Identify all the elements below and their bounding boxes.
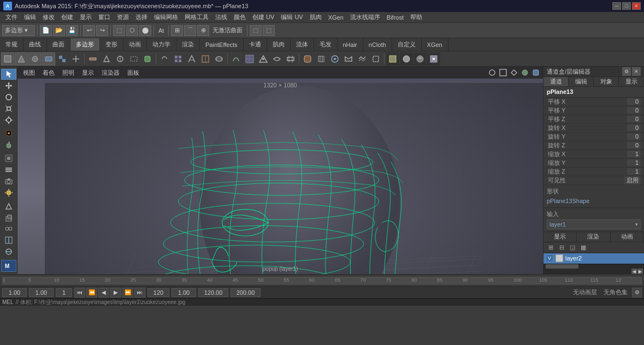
maximize-button[interactable]: □ — [622, 2, 631, 10]
extrude-btn[interactable] — [1, 212, 16, 223]
timeline-track[interactable]: 1 5 10 15 20 25 30 35 40 45 50 55 60 65 … — [2, 277, 642, 284]
vp-menu-show[interactable]: 显示 — [79, 67, 97, 79]
tab-deform[interactable]: 变形 — [100, 38, 123, 51]
prop-value-tx[interactable]: 0 — [627, 98, 641, 105]
menu-normals[interactable]: 法线 — [212, 12, 231, 22]
snap-curve-btn[interactable]: ⌒ — [184, 25, 196, 36]
tool-icon-12[interactable] — [158, 52, 171, 66]
vp-menu-view[interactable]: 视图 — [20, 67, 38, 79]
tool-icon-18[interactable] — [243, 52, 256, 66]
menu-create[interactable]: 创建 — [58, 12, 76, 22]
tool-icon-7[interactable] — [86, 52, 99, 66]
menu-mesh-tools[interactable]: 网格工具 — [181, 12, 212, 22]
tool-icon-15[interactable] — [199, 52, 212, 66]
step-fwd-btn[interactable]: ⏩ — [122, 288, 133, 298]
tool-icon-2[interactable] — [15, 52, 28, 66]
goto-end-btn[interactable]: ⏭ — [134, 288, 145, 298]
prop-value-rx[interactable]: 0 — [627, 124, 641, 131]
tool-icon-25[interactable] — [342, 52, 355, 66]
undo-btn[interactable]: ↩ — [83, 25, 95, 36]
menu-edit-uv[interactable]: 编辑 UV — [277, 12, 306, 22]
tab-anim[interactable]: 动画 — [123, 38, 147, 51]
range-end-input[interactable] — [198, 288, 228, 297]
tool-icon-13[interactable] — [172, 52, 185, 66]
tool-icon-9[interactable] — [114, 52, 127, 66]
select-tool-btn[interactable] — [1, 69, 16, 80]
prop-value-vis[interactable]: 启用 — [624, 176, 641, 185]
tool-icon-3[interactable] — [28, 52, 42, 66]
tab-edit[interactable]: 编辑 — [569, 77, 594, 86]
menu-modify[interactable]: 修改 — [39, 12, 58, 22]
end-frame-input[interactable] — [147, 288, 169, 297]
vp-menu-panels[interactable]: 面板 — [124, 67, 143, 79]
vp-menu-lighting[interactable]: 照明 — [59, 67, 78, 79]
render-icon-3[interactable] — [413, 52, 427, 66]
menu-bifrost[interactable]: Bifrost — [383, 12, 407, 22]
vp-menu-shading[interactable]: 着色 — [39, 67, 58, 79]
tab-anim-mode[interactable]: 动画 — [611, 232, 644, 242]
menu-help[interactable]: 帮助 — [407, 12, 426, 22]
camera-btn[interactable] — [1, 176, 16, 187]
layer-icon-4[interactable]: ▦ — [578, 242, 588, 252]
scale-tool-btn[interactable] — [1, 103, 16, 114]
tool-icon-16[interactable] — [212, 52, 226, 66]
tool-icon-17[interactable] — [229, 52, 243, 66]
render-icon-2[interactable] — [400, 52, 413, 66]
menu-color[interactable]: 颜色 — [231, 12, 249, 22]
tab-channel[interactable]: 通道 — [543, 77, 569, 86]
tool-icon-14[interactable] — [185, 52, 198, 66]
close-button[interactable]: ✕ — [632, 2, 641, 10]
tab-curves[interactable]: 曲线 — [23, 38, 47, 51]
vp-menu-renderer[interactable]: 渲染器 — [98, 67, 123, 79]
tab-common[interactable]: 常规 — [0, 38, 23, 51]
tool-icon-22[interactable] — [301, 52, 314, 66]
current-time-input[interactable] — [29, 288, 54, 297]
prop-value-ty[interactable]: 0 — [627, 107, 641, 114]
light-btn[interactable] — [1, 187, 16, 198]
prop-value-rz[interactable]: 0 — [627, 142, 641, 148]
tab-muscle[interactable]: 肌肉 — [267, 38, 291, 51]
loop-cut-btn[interactable] — [1, 246, 16, 257]
menu-file[interactable]: 文件 — [2, 12, 21, 22]
soft-select-btn[interactable] — [1, 128, 16, 139]
play-back-btn[interactable]: ◀ — [98, 288, 109, 298]
prop-value-tz[interactable]: 0 — [627, 116, 641, 122]
tool-icon-4[interactable] — [42, 52, 55, 66]
tab-surfaces[interactable]: 曲面 — [47, 38, 70, 51]
tool-icon-24[interactable] — [328, 52, 341, 66]
paint-weights-btn[interactable] — [1, 139, 16, 150]
tool-icon-5[interactable] — [56, 52, 69, 66]
tab-nhair[interactable]: nHair — [338, 38, 363, 51]
layer-visibility-toggle[interactable]: V — [546, 254, 553, 262]
vp-icon-2[interactable] — [498, 68, 508, 78]
time-value-input[interactable] — [231, 288, 261, 297]
right-panel-scrollbar[interactable] — [543, 264, 644, 269]
paint-btn[interactable]: ⬤ — [139, 25, 151, 36]
panel-options-btn[interactable]: ⚙ — [622, 67, 631, 76]
tool-icon-26[interactable] — [356, 52, 369, 66]
save-file-btn[interactable]: 💾 — [66, 25, 78, 36]
tool-icon-11[interactable] — [141, 52, 154, 66]
tab-render-mode[interactable]: 渲染 — [577, 232, 610, 242]
tool-icon-20[interactable] — [270, 52, 283, 66]
show-hide-btn[interactable] — [1, 153, 16, 164]
menu-edit-mesh[interactable]: 编辑网格 — [151, 12, 181, 22]
prop-value-ry[interactable]: 0 — [627, 133, 641, 140]
split-btn[interactable] — [1, 235, 16, 246]
transform-tool-btn[interactable] — [1, 115, 16, 126]
redo-btn[interactable]: ↪ — [96, 25, 108, 36]
scroll-thumb[interactable] — [546, 264, 578, 269]
timeline-area[interactable]: 1 5 10 15 20 25 30 35 40 45 50 55 60 65 … — [0, 274, 644, 286]
scroll-left-arrow[interactable]: ◀ — [631, 269, 637, 274]
tab-fluid[interactable]: 流体 — [291, 38, 314, 51]
vp-icon-5[interactable] — [531, 68, 541, 78]
menu-pipeline[interactable]: 流水线端序 — [347, 12, 383, 22]
tab-custom[interactable]: 自定义 — [392, 38, 422, 51]
menu-display[interactable]: 显示 — [76, 12, 95, 22]
tool-icon-1[interactable] — [1, 52, 14, 66]
select-btn[interactable]: ⬚ — [113, 25, 125, 36]
tab-xgen[interactable]: XGen — [422, 38, 448, 51]
polygon-mode-dropdown[interactable]: 多边形 ▾ — [2, 25, 35, 36]
vp-icon-1[interactable] — [487, 68, 497, 78]
tab-display-mode[interactable]: 显示 — [543, 232, 577, 242]
